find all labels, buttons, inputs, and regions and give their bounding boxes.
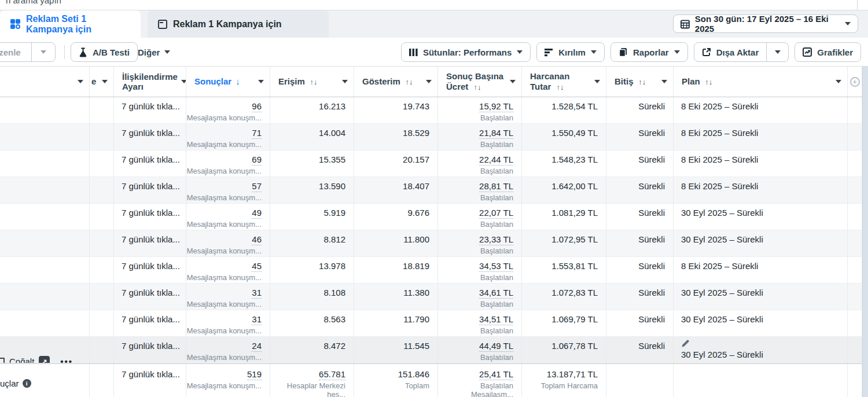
cell-results[interactable]: 24Mesajlaşma konuşm... (186, 337, 270, 363)
column-header-cost-per-result[interactable]: Sonuç Başına Ücret ↑↓ (438, 67, 522, 97)
cost-per-result-value[interactable]: 25,41 TL (479, 369, 513, 380)
column-header-budget[interactable]: e (90, 67, 114, 97)
cell-reach[interactable]: 8.472 (270, 337, 354, 363)
cell-name[interactable] (0, 97, 90, 123)
cell-cost-per-result[interactable]: 34,53 TLBaşlatılan Mesajlaşm... (438, 257, 522, 283)
column-header-impressions[interactable]: Gösterim ↑↓ (354, 67, 438, 97)
breakdown-button[interactable]: Kırılım (536, 42, 605, 62)
cell-plan[interactable]: 30 Eyl 2025 – Sürekli (674, 230, 848, 256)
cell-plan[interactable]: 30 Eyl 2025 – Sürekli (674, 204, 848, 230)
cell-end[interactable]: Sürekli (606, 150, 674, 177)
cost-per-result-value[interactable]: 22,44 TL (479, 155, 513, 166)
cell-amount-spent[interactable]: 1.067,78 TL (522, 337, 606, 363)
cell-name[interactable] (0, 310, 90, 336)
cell-cost-per-result[interactable]: 15,92 TLBaşlatılan Mesajlaşm... (438, 97, 522, 123)
column-header-end[interactable]: Bitiş ↑↓ (606, 67, 674, 97)
more-dots-icon[interactable]: ••• (60, 356, 73, 363)
cell-impressions[interactable]: 11.800 (354, 230, 438, 256)
cell-amount-spent[interactable]: 1.528,54 TL (522, 97, 606, 123)
results-value[interactable]: 24 (252, 341, 262, 352)
cell-impressions[interactable]: 18.819 (354, 257, 438, 283)
cell-cost-per-result[interactable]: 23,33 TLBaşlatılan Mesajlaşm... (438, 230, 522, 256)
cell-reach[interactable]: 13.590 (270, 177, 354, 203)
cell-end[interactable]: Sürekli (606, 177, 674, 203)
results-value[interactable]: 96 (252, 101, 262, 112)
results-value[interactable]: 31 (252, 288, 262, 299)
charts-button[interactable]: Grafikler (795, 42, 861, 62)
edit-dropdown-button[interactable] (31, 43, 55, 61)
cell-attribution[interactable]: 7 günlük tıkla... (114, 150, 186, 177)
cell-amount-spent[interactable]: 1.548,23 TL (522, 150, 606, 177)
cell-plan[interactable]: 30 Eyl 2025 – Sürekli (674, 284, 848, 310)
cell-reach[interactable]: 8.563 (270, 310, 354, 336)
cell-plan[interactable]: 30 Eyl 2025 – Sürekli (674, 337, 848, 363)
cell-plan[interactable]: 30 Eyl 2025 – Sürekli (674, 310, 848, 336)
cell-impressions[interactable]: 11.790 (354, 310, 438, 336)
columns-button[interactable]: Sütunlar: Performans (401, 42, 531, 62)
cell-results[interactable]: 96Mesajlaşma konuşm... (186, 97, 270, 123)
cell-name[interactable] (0, 124, 90, 150)
cell-attribution[interactable]: 7 günlük tıkla... (114, 284, 186, 310)
cell-impressions[interactable]: 11.545 (354, 337, 438, 363)
cell-results[interactable]: 69Mesajlaşma konuşm... (186, 150, 270, 177)
cell-results[interactable]: 31Mesajlaşma konuşm... (186, 310, 270, 336)
duplicate-button[interactable]: Çoğalt (9, 356, 34, 363)
results-value[interactable]: 519 (247, 369, 262, 380)
cell-results[interactable]: 57Mesajlaşma konuşm... (186, 177, 270, 203)
more-menu-button[interactable]: Diğer (138, 42, 170, 62)
cell-end[interactable]: Sürekli (606, 257, 674, 283)
info-icon[interactable]: i (23, 379, 31, 388)
reach-value[interactable]: 65.781 (319, 369, 345, 380)
cell-end[interactable]: Sürekli (606, 204, 674, 230)
cell-cost-per-result[interactable]: 22,07 TLBaşlatılan Mesajlaşm... (438, 204, 522, 230)
cell-results[interactable]: 49Mesajlaşma konuşm... (186, 204, 270, 230)
cell-amount-spent[interactable]: 1.069,79 TL (522, 310, 606, 336)
tab-ad-sets[interactable]: Reklam Seti 1 Kampanya için (0, 10, 141, 38)
totals-reach[interactable]: 65.781Hesaplar Merkezi hes... (270, 364, 354, 397)
tab-ads[interactable]: Reklam 1 Kampanya için (148, 10, 329, 38)
cell-attribution[interactable]: 7 günlük tıkla... (114, 310, 186, 336)
column-header-attribution[interactable]: İlişkilendirme Ayarı (114, 67, 186, 97)
vertical-scrollbar[interactable] (862, 67, 868, 397)
cell-impressions[interactable]: 19.743 (354, 97, 438, 123)
cell-attribution[interactable]: 7 günlük tıkla... (114, 124, 186, 150)
cell-attribution[interactable]: 7 günlük tıkla... (114, 97, 186, 123)
results-value[interactable]: 45 (252, 261, 262, 272)
results-value[interactable]: 49 (252, 208, 262, 219)
search-bar[interactable]: n arama yapın (0, 0, 868, 10)
column-header-reach[interactable]: Erişim ↑↓ (270, 67, 354, 97)
cell-end[interactable]: Sürekli (606, 337, 674, 363)
cell-impressions[interactable]: 9.676 (354, 204, 438, 230)
cell-amount-spent[interactable]: 1.081,29 TL (522, 204, 606, 230)
cell-reach[interactable]: 15.355 (270, 150, 354, 177)
cell-end[interactable]: Sürekli (606, 97, 674, 123)
cell-cost-per-result[interactable]: 44,49 TLBaşlatılan Mesajlaşm... (438, 337, 522, 363)
cell-amount-spent[interactable]: 1.642,00 TL (522, 177, 606, 203)
cell-name[interactable] (0, 230, 90, 256)
cell-plan[interactable]: 8 Eki 2025 – Sürekli (674, 177, 848, 203)
cell-attribution[interactable]: 7 günlük tıkla... (114, 337, 186, 363)
cost-per-result-value[interactable]: 44,49 TL (479, 341, 513, 352)
cell-end[interactable]: Sürekli (606, 284, 674, 310)
cell-name[interactable]: Çoğalt↗••• (0, 337, 90, 363)
cell-plan[interactable]: 8 Eki 2025 – Sürekli (674, 257, 848, 283)
cell-end[interactable]: Sürekli (606, 124, 674, 150)
export-button[interactable]: Dışa Aktar (694, 43, 767, 61)
cell-cost-per-result[interactable]: 28,81 TLBaşlatılan Mesajlaşm... (438, 177, 522, 203)
cell-amount-spent[interactable]: 1.072,95 TL (522, 230, 606, 256)
cost-per-result-value[interactable]: 28,81 TL (479, 181, 513, 192)
cell-reach[interactable]: 5.919 (270, 204, 354, 230)
cost-per-result-value[interactable]: 34,51 TL (479, 314, 513, 325)
cell-amount-spent[interactable]: 1.550,49 TL (522, 124, 606, 150)
totals-results[interactable]: 519Mesajlaşma konuşm... (186, 364, 270, 397)
cell-plan[interactable]: 8 Eki 2025 – Sürekli (674, 124, 848, 150)
cell-attribution[interactable]: 7 günlük tıkla... (114, 257, 186, 283)
cell-end[interactable]: Sürekli (606, 310, 674, 336)
results-value[interactable]: 57 (252, 181, 262, 192)
date-range-button[interactable]: Son 30 gün: 17 Eyl 2025 – 16 Eki 2025 (673, 14, 858, 33)
cell-attribution[interactable]: 7 günlük tıkla... (114, 177, 186, 203)
cost-per-result-value[interactable]: 22,07 TL (479, 208, 513, 219)
cell-reach[interactable]: 13.978 (270, 257, 354, 283)
cell-name[interactable] (0, 204, 90, 230)
open-arrow-icon[interactable]: ↗ (39, 356, 50, 363)
